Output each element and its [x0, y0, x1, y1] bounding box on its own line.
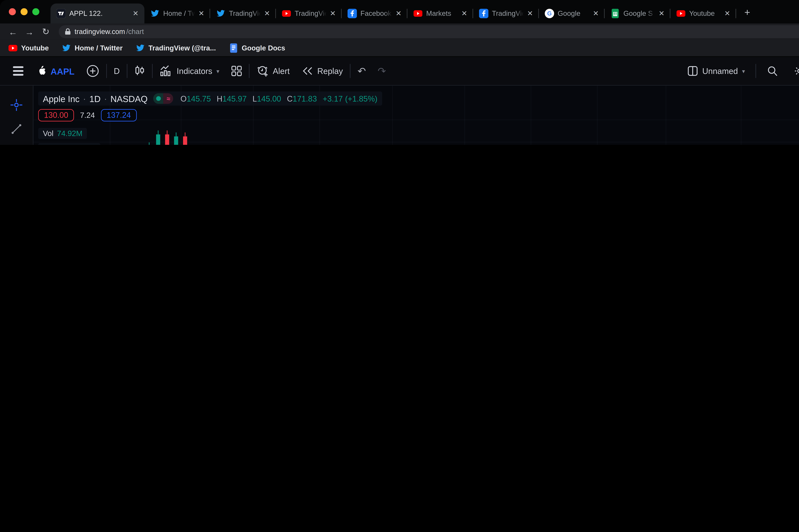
- fib-retracement-tool[interactable]: [5, 141, 28, 145]
- tab-close-icon[interactable]: ✕: [330, 10, 336, 18]
- price-pane[interactable]: Apple Inc · 1D · NASDAQ ≈ O145.75 H145.9…: [33, 86, 799, 145]
- redo-button[interactable]: ↷: [372, 65, 392, 77]
- indicators-icon: [160, 65, 172, 77]
- replay-button[interactable]: Replay: [296, 65, 349, 76]
- price-level-labels: 130.00 7.24 137.24: [38, 109, 137, 121]
- tab-title: Markets: [426, 10, 458, 18]
- market-status-icons[interactable]: ≈: [153, 93, 174, 104]
- chevron-down-icon: ▾: [216, 68, 219, 74]
- back-button[interactable]: ←: [6, 27, 20, 37]
- tab-title: Google S: [623, 10, 655, 18]
- minimize-window-button[interactable]: [21, 8, 28, 15]
- browser-tab[interactable]: TradingVie✕: [473, 3, 539, 23]
- browser-tab[interactable]: Facebook✕: [342, 3, 407, 23]
- legend-exchange: NASDAQ: [110, 94, 148, 103]
- tab-close-icon[interactable]: ✕: [527, 10, 533, 18]
- main-menu-button[interactable]: [7, 66, 31, 76]
- forward-button[interactable]: →: [22, 27, 36, 37]
- browser-tab[interactable]: Markets✕: [407, 3, 473, 23]
- compare-symbol-button[interactable]: [80, 64, 105, 77]
- tab-close-icon[interactable]: ✕: [198, 10, 204, 18]
- chevron-down-icon: ▾: [742, 68, 745, 74]
- twitter-favicon: [216, 9, 225, 18]
- facebook-favicon: [479, 9, 489, 18]
- docs-favicon: [229, 43, 238, 53]
- legend-row-symbol[interactable]: Apple Inc · 1D · NASDAQ ≈ O145.75 H145.9…: [38, 92, 382, 106]
- tab-list: APPL 122.✕Home / Tw✕TradingVie✕TradingVi…: [51, 0, 736, 23]
- alert-label: Alert: [273, 66, 290, 76]
- legend-symbol-title: Apple Inc: [43, 94, 79, 103]
- interval-label: D: [114, 66, 120, 76]
- bookmarks-bar: YoutubeHome / TwitterTradingView (@tra..…: [0, 40, 799, 57]
- alert-button[interactable]: Alert: [250, 65, 295, 77]
- trend-line-tool[interactable]: [5, 117, 28, 141]
- range-value-label: 7.24: [80, 111, 95, 119]
- gear-icon: [794, 65, 799, 77]
- wma-legend[interactable]: WMA9 close 0: [38, 143, 101, 145]
- interval-button[interactable]: D: [108, 66, 126, 76]
- indicators-button[interactable]: Indicators ▾: [154, 65, 225, 77]
- address-bar[interactable]: tradingview.com/chart: [59, 25, 799, 38]
- browser-tab[interactable]: Home / Tw✕: [144, 3, 210, 23]
- tab-close-icon[interactable]: ✕: [724, 10, 730, 18]
- url-path: /chart: [126, 27, 144, 36]
- tab-close-icon[interactable]: ✕: [133, 10, 139, 18]
- svg-text:G: G: [547, 10, 552, 17]
- twitter-favicon: [62, 43, 71, 53]
- bookmark-item[interactable]: Youtube: [8, 43, 49, 53]
- zoom-window-button[interactable]: [32, 8, 39, 15]
- volume-legend[interactable]: Vol74.92M: [38, 128, 87, 139]
- replay-label: Replay: [317, 66, 343, 76]
- reload-button[interactable]: ↻: [39, 26, 53, 37]
- crosshair-tool[interactable]: [5, 93, 28, 117]
- tab-title: APPL 122.: [69, 10, 129, 18]
- indicators-label: Indicators: [177, 66, 212, 76]
- google-favicon: G: [545, 9, 554, 18]
- close-window-button[interactable]: [9, 8, 16, 15]
- new-tab-button[interactable]: +: [744, 7, 750, 19]
- bookmark-item[interactable]: Home / Twitter: [62, 43, 123, 53]
- stop-price-label[interactable]: 130.00: [38, 109, 74, 121]
- youtube-favicon: [8, 43, 18, 53]
- replay-icon: [302, 65, 313, 76]
- browser-tab[interactable]: GGoogle✕: [539, 3, 604, 23]
- browser-toolbar: ← → ↻ tradingview.com/chart J ●●●: [0, 23, 799, 40]
- bookmark-label: Google Docs: [242, 44, 285, 52]
- tab-close-icon[interactable]: ✕: [658, 10, 665, 18]
- chart-style-button[interactable]: [128, 64, 151, 77]
- layout-templates-button[interactable]: [225, 65, 248, 76]
- market-open-icon: [153, 93, 163, 104]
- grid-layout-icon: [231, 65, 242, 76]
- tab-close-icon[interactable]: ✕: [593, 10, 599, 18]
- tradingview-favicon: [56, 9, 66, 18]
- bookmark-item[interactable]: Google Docs: [229, 43, 285, 53]
- tab-title: Home / Tw: [163, 10, 195, 18]
- chart-settings-button[interactable]: [788, 65, 799, 77]
- browser-tab[interactable]: Google S✕: [605, 3, 670, 23]
- browser-tab[interactable]: APPL 122.✕: [51, 3, 144, 23]
- tab-close-icon[interactable]: ✕: [264, 10, 270, 18]
- browser-tab[interactable]: Youtube✕: [670, 3, 736, 23]
- add-compare-icon: [86, 64, 99, 77]
- browser-window: APPL 122.✕Home / Tw✕TradingVie✕TradingVi…: [0, 0, 799, 145]
- sheets-favicon: [611, 9, 620, 18]
- limit-price-label[interactable]: 137.24: [101, 109, 137, 121]
- manage-layouts-button[interactable]: Unnamed ▾: [682, 65, 751, 76]
- browser-tab[interactable]: TradingVie✕: [210, 3, 276, 23]
- undo-button[interactable]: ↶: [352, 65, 372, 77]
- quick-search-button[interactable]: [761, 65, 784, 77]
- legend-interval: 1D: [89, 94, 101, 103]
- tab-close-icon[interactable]: ✕: [461, 10, 467, 18]
- bookmark-item[interactable]: TradingView (@tra...: [135, 43, 216, 53]
- ohlc-values: O145.75 H145.97 L145.00 C171.83 +3.17 (+…: [177, 94, 377, 103]
- symbol-search-button[interactable]: AAPL: [31, 65, 80, 77]
- layout-name: Unnamed: [702, 66, 738, 76]
- bookmark-label: TradingView (@tra...: [148, 44, 216, 52]
- tab-title: Youtube: [689, 10, 721, 18]
- tab-close-icon[interactable]: ✕: [396, 10, 402, 18]
- drawing-toolbar: T: [0, 86, 33, 145]
- symbol-legend: Apple Inc · 1D · NASDAQ ≈ O145.75 H145.9…: [38, 92, 382, 109]
- browser-tab[interactable]: TradingVie✕: [276, 3, 342, 23]
- candles-icon: [134, 64, 145, 77]
- alert-clock-icon: [256, 65, 269, 77]
